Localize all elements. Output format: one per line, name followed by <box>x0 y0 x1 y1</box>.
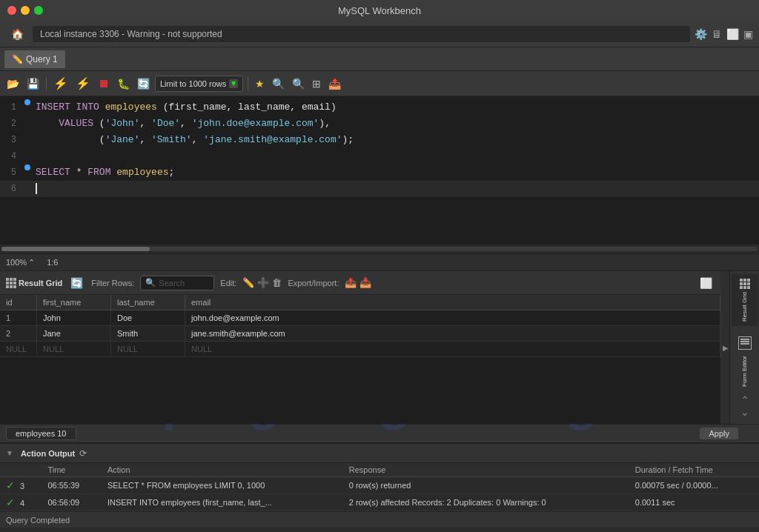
search2-button[interactable]: 🔍 <box>270 76 287 91</box>
result-grid-sidebar-button[interactable]: Result Grid <box>732 274 758 326</box>
line-content-6 <box>33 181 759 197</box>
output-expand-icon[interactable]: ▼ <box>6 449 13 457</box>
output-refresh-icon[interactable]: ⟳ <box>79 448 87 459</box>
query-tab-bar: ✏️ Query 1 <box>0 47 759 71</box>
grid-empty-space <box>0 357 720 402</box>
result-toolbar: Result Grid 🔄 Filter Rows: 🔍 Search Edit… <box>0 271 720 295</box>
results-container: Result Grid 🔄 Filter Rows: 🔍 Search Edit… <box>0 271 759 424</box>
minimize-button[interactable] <box>21 6 30 15</box>
execute-button[interactable]: ⚡ <box>51 75 70 92</box>
instance-label: Local instance 3306 - Warning - not supp… <box>33 26 690 42</box>
execute-current-button[interactable]: ⚡ <box>73 75 93 92</box>
sql-editor[interactable]: 1 INSERT INTO employees (first_name, las… <box>0 96 759 245</box>
cell-firstname-1: John <box>37 310 111 325</box>
edit-icons: ✏️ ➕ 🗑 <box>242 277 282 288</box>
window-icon[interactable]: ⬜ <box>726 28 739 40</box>
debug-button[interactable]: 🐛 <box>115 76 132 91</box>
home-button[interactable]: 🏠 <box>6 24 28 44</box>
zoom-value: 100% <box>6 258 27 267</box>
query-icon: ✏️ <box>12 54 23 64</box>
cell-lastname-1: Doe <box>111 310 185 325</box>
export-icon[interactable]: 📤 <box>345 277 357 288</box>
output-col-duration: Duration / Fetch Time <box>629 463 759 477</box>
divider1 <box>46 77 47 90</box>
table-row[interactable]: 1 John Doe john.doe@example.com <box>0 310 720 326</box>
result-expand-arrow[interactable]: ▶ <box>720 271 729 424</box>
line-content-5: SELECT * FROM employees; <box>33 164 759 181</box>
output-response-3: 0 row(s) returned <box>343 477 629 494</box>
cell-id-null: NULL <box>0 342 37 356</box>
export-icons: 📤 📥 <box>345 277 371 288</box>
edit-pencil-icon[interactable]: ✏️ <box>242 277 254 288</box>
line-content-1: INSERT INTO employees (first_name, last_… <box>33 99 759 116</box>
editor-line-2: 2 VALUES ('John', 'Doe', 'john.doe@examp… <box>0 116 759 132</box>
output-area: ▼ Action Output ⟳ Time Action Response D… <box>0 443 759 511</box>
output-action-3: SELECT * FROM employees LIMIT 0, 1000 <box>102 477 343 494</box>
monitor-icon[interactable]: 🖥 <box>712 28 722 40</box>
query-tab[interactable]: ✏️ Query 1 <box>4 50 65 68</box>
limit-label: Limit to 1000 rows <box>160 79 226 88</box>
table-row-null[interactable]: NULL NULL NULL NULL <box>0 342 720 357</box>
line-content-2: VALUES ('John', 'Doe', 'john.doe@example… <box>33 116 759 132</box>
action-toolbar: 📂 💾 ⚡ ⚡ ⏹ 🐛 🔄 Limit to 1000 rows ▼ ★ 🔍 🔍… <box>0 71 759 96</box>
import-icon[interactable]: 📥 <box>359 277 371 288</box>
line-num-3: 3 <box>0 132 22 148</box>
search-placeholder: Search <box>159 279 185 287</box>
export2-button[interactable]: 📤 <box>326 76 343 91</box>
save-file-button[interactable]: 💾 <box>24 76 42 91</box>
col-header-id: id <box>0 295 37 310</box>
editor-line-4: 4 <box>0 148 759 164</box>
refresh-button[interactable]: 🔄 <box>135 76 152 91</box>
limit-dropdown-icon[interactable]: ▼ <box>229 79 238 88</box>
form-editor-icon <box>738 336 752 350</box>
indent-button[interactable]: ⊞ <box>310 76 323 91</box>
star-button[interactable]: ★ <box>253 76 267 91</box>
scrollbar-thumb[interactable] <box>1 247 150 251</box>
sidebar-arrows: ⌃ ⌄ <box>740 394 749 418</box>
line-num-4: 4 <box>0 148 22 164</box>
edit-delete-icon[interactable]: 🗑 <box>272 277 282 288</box>
bottom-status-bar: Query Completed <box>0 511 759 528</box>
output-col-response: Response <box>343 463 629 477</box>
search-box[interactable]: 🔍 Search <box>140 276 214 290</box>
cell-id-1: 1 <box>0 310 37 325</box>
output-col-status <box>0 463 42 477</box>
horizontal-scrollbar[interactable] <box>0 245 759 253</box>
result-grid-button[interactable]: Result Grid <box>6 278 62 288</box>
grid-icon <box>6 278 16 288</box>
search3-button[interactable]: 🔍 <box>290 76 307 91</box>
panel-icon[interactable]: ▣ <box>743 28 753 40</box>
output-row-3[interactable]: ✓ 3 06:55:39 SELECT * FROM employees LIM… <box>0 477 759 494</box>
up-arrow-icon[interactable]: ⌃ <box>740 394 749 406</box>
editor-line-6: 6 <box>0 181 759 197</box>
edit-add-icon[interactable]: ➕ <box>257 277 269 288</box>
zoom-control[interactable]: 100% ⌃ <box>6 258 35 267</box>
table-row[interactable]: 2 Jane Smith jane.smith@example.com <box>0 326 720 342</box>
employees-tab[interactable]: employees 10 <box>6 427 76 440</box>
line-dot-5 <box>22 164 33 170</box>
expand-result-button[interactable]: ⬜ <box>697 276 715 290</box>
export-label: Export/Import: <box>288 279 339 287</box>
cell-firstname-null: NULL <box>37 342 111 356</box>
cell-lastname-2: Smith <box>111 326 185 341</box>
stop-button[interactable]: ⏹ <box>96 76 112 92</box>
close-button[interactable] <box>7 6 16 15</box>
limit-select[interactable]: Limit to 1000 rows ▼ <box>155 76 243 92</box>
apply-button[interactable]: Apply <box>700 428 738 439</box>
output-header: ▼ Action Output ⟳ <box>0 444 759 463</box>
navbar: 🏠 Local instance 3306 - Warning - not su… <box>0 21 759 47</box>
line-num-6: 6 <box>0 181 22 197</box>
refresh-result-button[interactable]: 🔄 <box>68 276 85 290</box>
down-arrow-icon[interactable]: ⌄ <box>740 406 749 418</box>
query-tab-label: Query 1 <box>26 54 58 64</box>
open-file-button[interactable]: 📂 <box>4 76 21 91</box>
maximize-button[interactable] <box>34 6 43 15</box>
edit-label: Edit: <box>220 279 236 287</box>
output-row-4[interactable]: ✓ 4 06:56:09 INSERT INTO employees (firs… <box>0 494 759 511</box>
output-header-row: Time Action Response Duration / Fetch Ti… <box>0 463 759 477</box>
cell-email-1: john.doe@example.com <box>185 310 720 325</box>
form-editor-sidebar-button[interactable]: Form Editor <box>732 332 758 394</box>
output-title: Action Output <box>21 449 75 458</box>
settings-icon[interactable]: ⚙️ <box>695 28 707 40</box>
result-grid-sidebar-label: Result Grid <box>741 292 749 322</box>
